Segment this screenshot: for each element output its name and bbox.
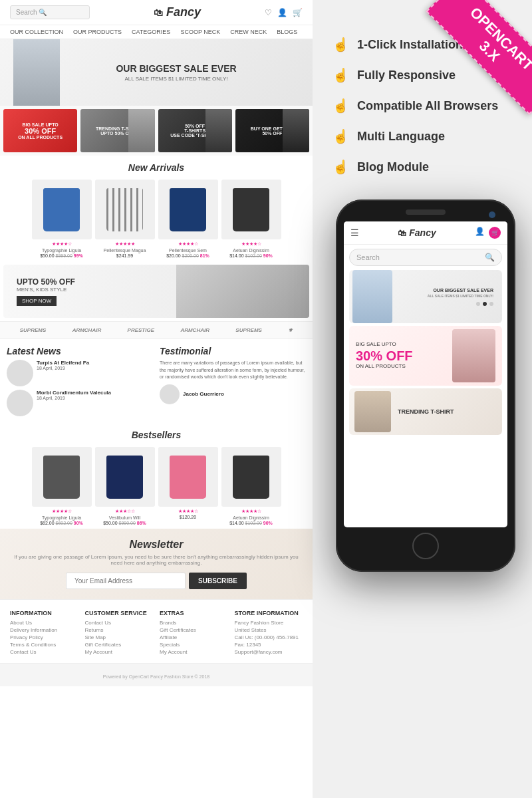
wishlist-icon[interactable]: ♡ [265,8,272,17]
tshirt-0 [43,188,80,231]
news-text-0: Turpis At Eleifend Fa 18 April, 2019 [37,360,89,386]
phone-search-bar[interactable]: Search 🔍 [349,249,502,266]
phone-sale-sub: ON ALL PRODUCTS [356,362,413,371]
sale-banner-1: TRENDING T-SHIRTUPTO 50% OFF [80,109,154,152]
footer-ex-specials[interactable]: Specials [160,642,228,648]
brand-5: ⚜ [288,327,293,333]
footer-bottom: Powered by OpenCart Fancy Fashion Store … [0,663,313,686]
site-menu: OUR COLLECTION OUR PRODUCTS CATEGORIES S… [0,25,313,39]
bs-tshirt-3 [233,456,269,499]
footer-col-customer: CUSTOMER SERVICE Contact Us Returns Site… [85,610,154,656]
phone-sale-banner: BIG SALE UPTO 30% OFF ON ALL PRODUCTS [349,326,502,386]
bs-stars-2: ★★★★☆ [158,509,218,514]
multi-language-icon: ☝ [332,128,349,144]
news-item-1: Morbi Condimentum Valecula 18 April, 201… [7,390,153,416]
newsletter-subscribe-btn[interactable]: SUBSCRIBE [189,573,247,589]
phone-search-text: Search [356,253,380,261]
newsletter-form: SUBSCRIBE [10,573,303,589]
footer-ex-account[interactable]: My Account [160,649,228,655]
site-icons: ♡ 👤 🛒 [265,8,303,17]
bs-price-3: $14.00 $102.00 90% [221,521,281,525]
product-stars-3: ★★★★☆ [221,241,281,247]
footer-link-about[interactable]: About Us [10,620,78,626]
footer-ex-gift[interactable]: Gift Certificates [160,627,228,633]
product-card-1: ★★★★★ Pellentesque Magua $241.99 [95,180,155,258]
bs-tshirt-0 [43,456,80,499]
menu-products[interactable]: OUR PRODUCTS [73,29,122,35]
product-stars-2: ★★★★☆ [158,241,218,247]
blog-module-icon: ☝ [332,159,349,175]
tshirt-1 [106,188,143,231]
user-icon[interactable]: 👤 [277,8,287,17]
sale-banner-2: 50% OFFT-SHIRTSUSE CODE 'T-SHIRTS' [158,109,232,152]
site-search-input[interactable]: Search 🔍 [10,5,90,19]
new-arrivals-title: New Arrivals [0,156,313,176]
product-name-3: Aetuan Dignissim [221,248,281,253]
testimonial-text: There are many variations of passages of… [160,360,306,381]
footer-cs-sitemap[interactable]: Site Map [85,634,154,640]
fully-responsive-icon: ☝ [332,67,349,83]
bestseller-0: ★★★★☆ Typographie Ligula $62.00 $602.00 … [32,447,92,525]
phone-user-icon[interactable]: 👤 [475,227,485,239]
menu-blogs[interactable]: BLOGS [277,29,297,35]
footer-store-phone: Call Us: (00-000) 456-7891 [235,634,303,640]
footer-link-delivery[interactable]: Delivery Information [10,627,78,633]
phone-trending: TRENDING T-SHIRT [349,388,502,435]
brand-2: PRESTIGE [128,327,154,333]
footer-columns: INFORMATION About Us Delivery Informatio… [0,599,313,663]
testimonial-col: Testimonial There are many variations of… [160,342,306,420]
promo-banner: UPTO 50% OFF MEN'S, KIDS STYLE SHOP NOW [3,265,309,318]
testimonial-title: Testimonial [160,342,306,360]
phone-menu-icon[interactable]: ☰ [350,227,359,238]
menu-categories[interactable]: CATEGORIES [132,29,170,35]
testimonial-author: Jacob Guerriero [183,391,224,397]
sale-banners: BIG SALE UPTO30% OFFON ALL PRODUCTS TREN… [0,106,313,156]
phone-header-icons: 👤 🛒 [475,227,501,239]
feature-blog-module: ☝ Blog Module [332,159,519,175]
bestsellers-title: Bestsellers [0,423,313,444]
promo-image [176,265,309,318]
testimonial-author-block: Jacob Guerriero [160,384,306,404]
menu-scoop[interactable]: SCOOP NECK [180,29,220,35]
promo-text-block: UPTO 50% OFF MEN'S, KIDS STYLE SHOP NOW [17,277,75,306]
bestsellers-grid: ★★★★☆ Typographie Ligula $62.00 $602.00 … [0,444,313,529]
footer-store-country: United States [235,627,303,633]
phone-camera [489,211,495,218]
footer-link-privacy[interactable]: Privacy Policy [10,634,78,640]
ribbon-text: OPENCART 3.X [426,0,532,115]
phone-trending-label: TRENDING T-SHIRT [398,408,454,415]
cart-icon[interactable]: 🛒 [293,8,303,17]
new-arrivals-grid: ★★★★☆ Typographie Ligula $50.00 $999.00 … [0,176,313,261]
footer-ex-brands[interactable]: Brands [160,620,228,626]
phone-screen: ☰ 🛍 Fancy 👤 🛒 Search 🔍 [344,221,507,527]
brand-0: SUPREMS [20,327,47,333]
footer-cs-account[interactable]: My Account [85,649,154,655]
phone-search-icon: 🔍 [485,253,495,262]
bs-name-1: Vestibulum Will [95,515,155,520]
footer-cs-returns[interactable]: Returns [85,627,154,633]
product-stars-1: ★★★★★ [95,241,155,247]
tshirt-2 [170,188,206,231]
footer-link-contact[interactable]: Contact Us [10,649,78,655]
news-thumb-1 [7,390,33,416]
phone-cart-icon[interactable]: 🛒 [489,227,501,239]
footer-cs-gift[interactable]: Gift Certificates [85,642,154,648]
footer-link-terms[interactable]: Terms & Conditions [10,642,78,648]
newsletter-email-input[interactable] [66,573,186,589]
product-card-0: ★★★★☆ Typographie Ligula $50.00 $999.00 … [32,180,92,258]
menu-collection[interactable]: OUR COLLECTION [10,29,63,35]
news-testimonial-section: Latest News Turpis At Eleifend Fa 18 Apr… [0,339,313,423]
footer-ex-affiliate[interactable]: Affiliate [160,634,228,640]
phone-hero-text: OUR BIGGEST SALE EVER ALL SALE ITEMS $1 … [422,282,499,311]
product-img-1 [95,180,155,239]
product-name-1: Pellentesque Magua [95,248,155,253]
footer-cs-contact[interactable]: Contact Us [85,620,154,626]
phone-sale-text-block: BIG SALE UPTO 30% OFF ON ALL PRODUCTS [356,340,413,371]
bs-stars-1: ★★★☆☆ [95,509,155,514]
bs-price-2: $120.20 [158,515,218,519]
menu-crew[interactable]: CREW NECK [230,29,267,35]
bs-name-3: Aetuan Dignissim [221,515,281,520]
shop-now-btn[interactable]: SHOP NOW [17,296,57,306]
phone-home-button[interactable] [412,533,439,559]
bestseller-img-2 [158,447,218,507]
